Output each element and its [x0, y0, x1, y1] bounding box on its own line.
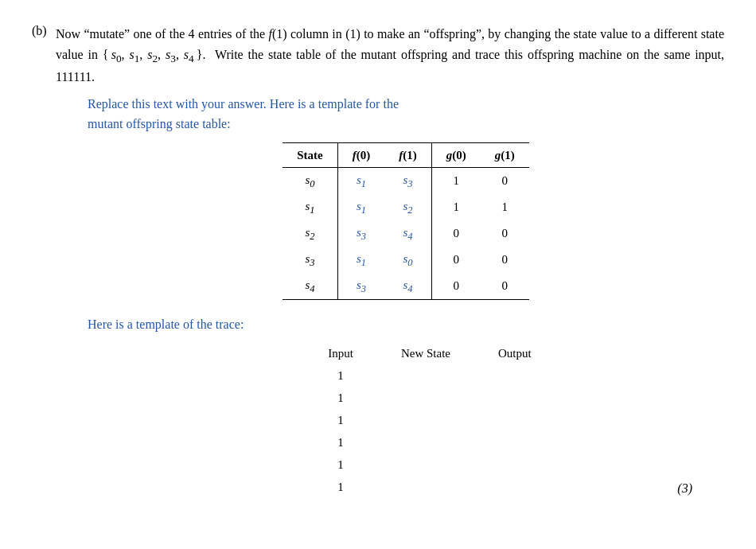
- trace-header: Here is a template of the trace:: [88, 314, 724, 335]
- trace-table: Input New State Output 1: [304, 342, 555, 498]
- cell-g1-1: 1: [481, 194, 529, 220]
- cell-state-1: s1: [283, 194, 337, 220]
- part-label: (b): [32, 24, 56, 498]
- trace-output-2: [474, 387, 555, 409]
- trace-output-6: [474, 476, 555, 498]
- state-table: State f(0) f(1) g(0) g(1) s0 s1 s3 1: [283, 142, 529, 300]
- trace-section: Here is a template of the trace: Input N…: [88, 314, 724, 499]
- trace-newstate-3: [377, 409, 474, 431]
- col-f0-header: f(0): [337, 142, 384, 167]
- trace-row-1: 1: [304, 364, 555, 387]
- trace-input-5: 1: [304, 454, 377, 476]
- trace-newstate-5: [377, 454, 474, 476]
- cell-g0-2: 0: [431, 220, 481, 247]
- cell-g0-0: 1: [431, 167, 481, 194]
- cell-g1-0: 0: [481, 167, 529, 194]
- trace-output-1: [474, 364, 555, 387]
- trace-newstate-6: [377, 476, 474, 498]
- cell-g0-4: 0: [431, 273, 481, 300]
- col-f1-header: f(1): [384, 142, 431, 167]
- trace-row-2: 1: [304, 387, 555, 409]
- trace-output-4: [474, 431, 555, 454]
- trace-input-6: 1: [304, 476, 377, 498]
- cell-state-2: s2: [283, 220, 337, 247]
- cell-f0-0: s1: [337, 167, 384, 194]
- trace-col-output-header: Output: [474, 342, 555, 364]
- table-row: s1 s1 s2 1 1: [283, 194, 529, 220]
- trace-output-3: [474, 409, 555, 431]
- table-row: s2 s3 s4 0 0: [283, 220, 529, 247]
- col-g0-header: g(0): [431, 142, 481, 167]
- trace-newstate-1: [377, 364, 474, 387]
- cell-f0-2: s3: [337, 220, 384, 247]
- trace-table-wrapper: Input New State Output 1: [88, 342, 724, 498]
- problem-text-p1: Now “mutate” one of the 4 entries of the…: [56, 27, 724, 84]
- col-g1-header: g(1): [481, 142, 529, 167]
- cell-f0-4: s3: [337, 273, 384, 300]
- trace-row-4: 1: [304, 431, 555, 454]
- cell-g0-1: 1: [431, 194, 481, 220]
- cell-g1-4: 0: [481, 273, 529, 300]
- trace-newstate-2: [377, 387, 474, 409]
- col-state-header: State: [283, 142, 337, 167]
- trace-col-input-header: Input: [304, 342, 377, 364]
- table-row: s3 s1 s0 0 0: [283, 247, 529, 273]
- problem-number: (3): [677, 478, 692, 499]
- cell-state-3: s3: [283, 247, 337, 273]
- cell-f1-2: s4: [384, 220, 431, 247]
- trace-input-3: 1: [304, 409, 377, 431]
- cell-g0-3: 0: [431, 247, 481, 273]
- trace-newstate-4: [377, 431, 474, 454]
- trace-row-6: 1: [304, 476, 555, 498]
- cell-state-0: s0: [283, 167, 337, 194]
- cell-g1-3: 0: [481, 247, 529, 273]
- answer-intro: Replace this text with your answer. Here…: [88, 94, 724, 134]
- trace-row-3: 1: [304, 409, 555, 431]
- trace-output-5: [474, 454, 555, 476]
- answer-block: Replace this text with your answer. Here…: [56, 94, 724, 499]
- cell-f1-1: s2: [384, 194, 431, 220]
- trace-input-2: 1: [304, 387, 377, 409]
- cell-g1-2: 0: [481, 220, 529, 247]
- table-row: s4 s3 s4 0 0: [283, 273, 529, 300]
- cell-f0-3: s1: [337, 247, 384, 273]
- cell-state-4: s4: [283, 273, 337, 300]
- trace-col-newstate-header: New State: [377, 342, 474, 364]
- state-table-wrapper: State f(0) f(1) g(0) g(1) s0 s1 s3 1: [88, 142, 724, 300]
- cell-f1-0: s3: [384, 167, 431, 194]
- problem-part-b: (b) Now “mutate” one of the 4 entries of…: [32, 24, 724, 498]
- trace-input-4: 1: [304, 431, 377, 454]
- cell-f1-4: s4: [384, 273, 431, 300]
- trace-input-1: 1: [304, 364, 377, 387]
- cell-f1-3: s0: [384, 247, 431, 273]
- cell-f0-1: s1: [337, 194, 384, 220]
- trace-row-5: 1: [304, 454, 555, 476]
- part-content: Now “mutate” one of the 4 entries of the…: [56, 24, 724, 498]
- table-row: s0 s1 s3 1 0: [283, 167, 529, 194]
